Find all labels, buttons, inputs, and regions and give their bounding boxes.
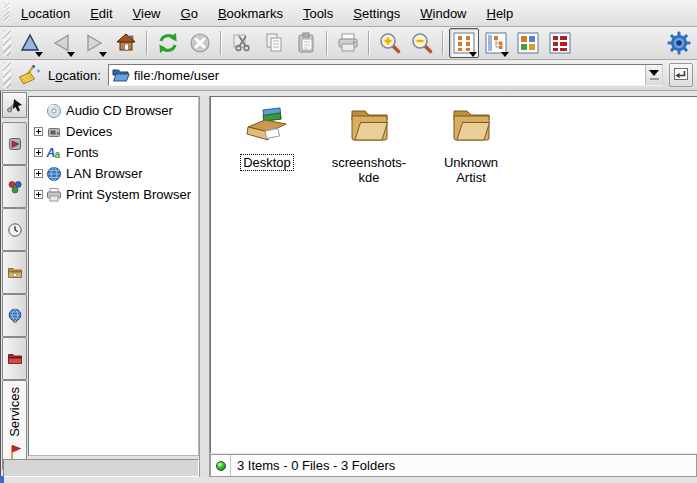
sidebar-tab-root-folder[interactable]	[2, 337, 27, 380]
folder-icon	[448, 103, 494, 149]
location-dropdown-button[interactable]	[645, 65, 662, 85]
up-button[interactable]	[15, 28, 45, 58]
menu-settings[interactable]: Settings	[343, 3, 410, 24]
toolbar-separator	[368, 31, 370, 55]
back-dropdown-arrow[interactable]	[67, 52, 75, 57]
kde-gear-activity-indicator[interactable]	[664, 28, 694, 58]
broom-icon	[17, 63, 41, 87]
file-label[interactable]: Desktop	[240, 154, 294, 171]
expand-plus-icon[interactable]	[34, 148, 43, 157]
menu-view[interactable]: View	[123, 3, 171, 24]
menu-bookmarks[interactable]: Bookmarks	[208, 3, 293, 24]
icon-view-dropdown-arrow[interactable]	[469, 52, 477, 57]
tree-item-print-system-browser[interactable]: Print System Browser	[29, 184, 198, 205]
print-button[interactable]	[333, 28, 363, 58]
zoom-out-button[interactable]	[407, 28, 437, 58]
sidebar-tabbar: Services	[0, 91, 28, 483]
home-folder-icon	[7, 265, 23, 281]
cut-icon	[230, 31, 254, 55]
file-item-screenshots-kde[interactable]: screenshots-kde	[321, 103, 417, 186]
folder-icon-view[interactable]: Desktop screenshots-kde Unknown Artist	[210, 96, 697, 453]
clear-location-button[interactable]	[15, 61, 43, 89]
configure-tools-icon	[6, 96, 24, 114]
menu-location[interactable]: Location	[11, 3, 80, 24]
go-button[interactable]	[669, 63, 693, 87]
multicolumn-view-button[interactable]	[513, 28, 543, 58]
devices-balls-icon	[7, 179, 23, 195]
reload-button[interactable]	[153, 28, 183, 58]
red-folder-icon	[7, 351, 23, 367]
tree-view-dropdown-arrow[interactable]	[501, 52, 509, 57]
copy-button[interactable]	[259, 28, 289, 58]
tree-item-fonts[interactable]: A a Fonts	[29, 142, 198, 163]
tree-view-button[interactable]	[481, 28, 511, 58]
paste-button[interactable]	[291, 28, 321, 58]
panel-splitter[interactable]	[199, 96, 210, 477]
location-input[interactable]	[134, 66, 645, 84]
sidebar-configure-button[interactable]	[2, 92, 27, 118]
detailed-list-view-button[interactable]	[545, 28, 575, 58]
forward-dropdown-arrow[interactable]	[99, 52, 107, 57]
menu-help[interactable]: Help	[477, 3, 524, 24]
services-tab-label: Services	[7, 387, 22, 437]
home-button[interactable]	[111, 28, 141, 58]
dropdown-underline	[650, 78, 659, 80]
activity-led-box	[211, 455, 231, 476]
history-clock-icon	[7, 222, 23, 238]
item-count-status: 3 Items - 0 Files - 3 Folders	[231, 455, 395, 476]
file-item-desktop[interactable]: Desktop	[219, 103, 315, 171]
menu-edit[interactable]: Edit	[80, 3, 122, 24]
file-label[interactable]: Unknown Artist	[428, 154, 514, 186]
bookmarks-icon	[7, 136, 23, 152]
globe-icon	[45, 166, 63, 182]
expand-plus-icon[interactable]	[34, 190, 43, 199]
location-combobox[interactable]	[108, 64, 663, 86]
sidebar-tab-home-folder[interactable]	[2, 251, 27, 294]
zoom-in-button[interactable]	[375, 28, 405, 58]
kde-gear-icon	[666, 30, 692, 56]
desktop-folder-icon	[244, 103, 290, 149]
menubar-drag-handle[interactable]	[4, 3, 9, 23]
up-dropdown-arrow[interactable]	[35, 52, 43, 57]
toolbar-drag-handle[interactable]	[3, 30, 11, 56]
stop-button[interactable]	[185, 28, 215, 58]
location-toolbar: Location:	[0, 60, 697, 91]
tree-item-audio-cd-browser[interactable]: Audio CD Browser	[29, 100, 198, 121]
tree-item-devices[interactable]: Devices	[29, 121, 198, 142]
menu-tools[interactable]: Tools	[293, 3, 343, 24]
forward-button[interactable]	[79, 28, 109, 58]
sidebar-tab-services[interactable]: Services	[2, 380, 27, 470]
main-toolbar	[0, 27, 697, 60]
detailed-list-view-icon	[549, 32, 571, 54]
chevron-down-icon	[649, 70, 659, 76]
file-label[interactable]: screenshots-kde	[326, 154, 412, 186]
printer-icon	[336, 31, 360, 55]
expand-plus-icon[interactable]	[34, 169, 43, 178]
svg-text:a: a	[55, 149, 61, 160]
reload-icon	[156, 31, 180, 55]
copy-icon	[262, 31, 286, 55]
menu-go[interactable]: Go	[171, 3, 208, 24]
locationbar-drag-handle[interactable]	[3, 62, 11, 88]
devices-icon	[45, 124, 63, 140]
menubar: Location Edit View Go Bookmarks Tools Se…	[0, 0, 697, 27]
toolbar-separator	[220, 31, 222, 55]
main-statusbar: 3 Items - 0 Files - 3 Folders	[210, 454, 697, 477]
menu-window[interactable]: Window	[410, 3, 476, 24]
tree-item-lan-browser[interactable]: LAN Browser	[29, 163, 198, 184]
sidebar-tab-bookmarks[interactable]	[2, 122, 27, 165]
icon-view-button[interactable]	[449, 28, 479, 58]
expand-plus-icon[interactable]	[34, 127, 43, 136]
open-folder-icon	[112, 68, 130, 83]
sidebar-tab-history[interactable]	[2, 208, 27, 251]
multicolumn-view-icon	[517, 32, 539, 54]
sidebar-tab-devices[interactable]	[2, 165, 27, 208]
zoom-out-icon	[410, 31, 434, 55]
cut-button[interactable]	[227, 28, 257, 58]
file-item-unknown-artist[interactable]: Unknown Artist	[423, 103, 519, 186]
audio-cd-icon	[45, 103, 63, 119]
content-area: Services Audio CD Browser	[0, 91, 697, 483]
sidebar-tab-network[interactable]	[2, 294, 27, 337]
back-button[interactable]	[47, 28, 77, 58]
icon-view-icon	[453, 32, 475, 54]
